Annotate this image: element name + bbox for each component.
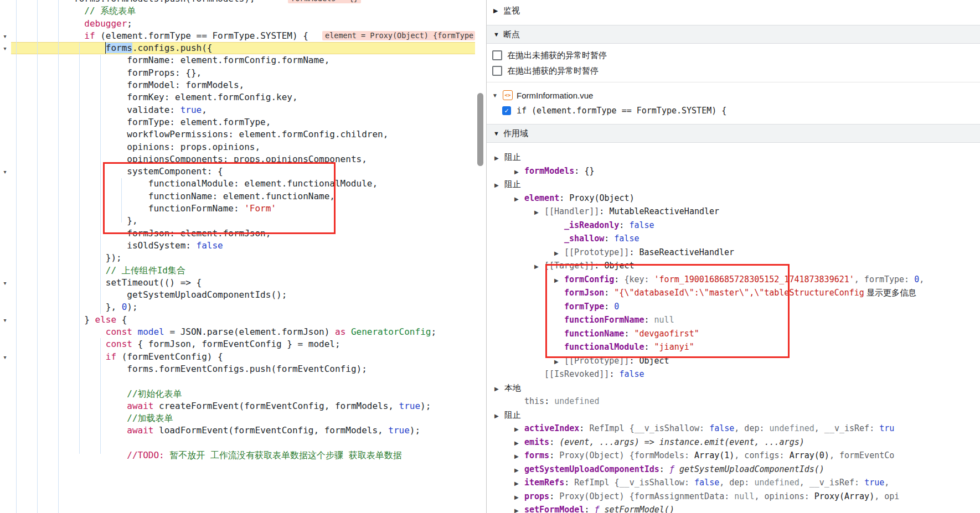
code-line[interactable]: }, bbox=[0, 215, 475, 227]
scope-row[interactable]: ▶props: Proxy(Object) {formAssignmentDat… bbox=[487, 490, 980, 504]
pause-caught-row[interactable]: 在抛出捕获的异常时暂停 bbox=[487, 63, 980, 79]
code-line[interactable]: forms.formModels.push(formModels);formMo… bbox=[0, 0, 475, 5]
scope-row[interactable]: ▶formModels: {} bbox=[487, 164, 980, 178]
scope-row[interactable]: ▶setFormModel: ƒ setFormModel() bbox=[487, 503, 980, 513]
code-line[interactable]: formKey: element.formConfig.key, bbox=[0, 91, 475, 103]
scope-row[interactable]: ▶[[Handler]]: MutableReactiveHandler bbox=[487, 205, 980, 219]
scope-row[interactable]: formJson: "{\"databaseId\":\"master\",\"… bbox=[487, 286, 980, 300]
scope-row[interactable]: ▶本地 bbox=[487, 381, 980, 395]
scope-row[interactable]: _isReadonly: false bbox=[487, 219, 980, 232]
code-line[interactable]: functionalModule: element.functionalModu… bbox=[0, 178, 475, 190]
scope-row[interactable]: ▶阻止 bbox=[487, 178, 980, 191]
code-line[interactable]: workflowPermissions: element.formConfig.… bbox=[0, 128, 475, 141]
expand-arrow-icon[interactable]: ▶ bbox=[514, 464, 524, 476]
scope-row[interactable]: ▶阻止 bbox=[487, 408, 980, 422]
code-line[interactable]: } else { bbox=[0, 314, 475, 326]
scope-row[interactable]: ▶emits: (event, ...args) => instance.emi… bbox=[487, 436, 980, 449]
checkbox-pause-uncaught[interactable] bbox=[492, 50, 502, 60]
code-line[interactable]: // 系统表单 bbox=[0, 5, 475, 17]
expand-arrow-icon[interactable]: ▶ bbox=[514, 193, 524, 205]
scope-row[interactable]: ▶itemRefs: RefImpl {__v_isShallow: false… bbox=[487, 476, 980, 490]
chevron-down-icon[interactable]: ▼ bbox=[492, 92, 499, 99]
expand-arrow-icon[interactable]: ▶ bbox=[514, 504, 524, 513]
expand-arrow-icon[interactable]: ▶ bbox=[514, 491, 524, 504]
code-line[interactable]: opinions: props.opinions, bbox=[0, 141, 475, 153]
code-line[interactable]: const { formJson, formEventConfig } = mo… bbox=[0, 338, 475, 350]
scrollbar-thumb[interactable] bbox=[477, 93, 483, 166]
scope-row[interactable]: functionalModule: "jianyi" bbox=[487, 340, 980, 354]
editor-scrollbar[interactable] bbox=[475, 0, 486, 513]
fold-arrow-icon[interactable]: ▾ bbox=[1, 280, 9, 287]
expand-arrow-icon[interactable]: ▶ bbox=[554, 355, 564, 368]
code-line[interactable] bbox=[0, 437, 475, 449]
expand-arrow-icon[interactable]: ▶ bbox=[494, 152, 504, 164]
expand-arrow-icon[interactable]: ▶ bbox=[534, 260, 544, 273]
code-line[interactable]: debugger; bbox=[0, 18, 475, 30]
code-line[interactable]: // 上传组件Id集合 bbox=[0, 265, 475, 277]
expand-arrow-icon[interactable]: ▶ bbox=[494, 410, 504, 422]
expand-arrow-icon[interactable]: ▶ bbox=[554, 274, 564, 287]
code-line[interactable]: forms.formEventConfigs.push(formEventCon… bbox=[0, 363, 475, 375]
scope-row[interactable]: ▶[[Prototype]]: BaseReactiveHandler bbox=[487, 246, 980, 260]
checkbox-breakpoint-enabled[interactable]: ✓ bbox=[502, 106, 511, 115]
pause-uncaught-row[interactable]: 在抛出未捕获的异常时暂停 bbox=[487, 48, 980, 63]
scope-row[interactable]: this: undefined bbox=[487, 395, 980, 408]
code-line[interactable]: if (element.formType == FormType.SYSTEM)… bbox=[0, 30, 475, 42]
code-line[interactable]: formModel: formModels, bbox=[0, 79, 475, 91]
expand-arrow-icon[interactable]: ▶ bbox=[514, 477, 524, 490]
section-watch[interactable]: ▶ 监视 bbox=[487, 0, 980, 21]
scope-row[interactable]: _shallow: false bbox=[487, 232, 980, 246]
code-line[interactable]: //加载表单 bbox=[0, 412, 475, 424]
expand-arrow-icon[interactable]: ▶ bbox=[514, 437, 524, 449]
code-line[interactable]: const model = JSON.parse(element.formJso… bbox=[0, 326, 475, 338]
code-line[interactable]: isOldSystem: false bbox=[0, 240, 475, 252]
code-line[interactable]: formProps: {}, bbox=[0, 67, 475, 79]
code-line[interactable]: functionFormName: 'Form' bbox=[0, 203, 475, 215]
code-line[interactable]: formJson: element.formJson, bbox=[0, 227, 475, 240]
scope-row[interactable]: ▶[[Prototype]]: Object bbox=[487, 354, 980, 368]
breakpoint-entry[interactable]: ✓ if (element.formType == FormType.SYSTE… bbox=[487, 103, 980, 118]
breakpoint-file-group[interactable]: ▼ <> FormInformation.vue bbox=[487, 87, 980, 103]
section-scope[interactable]: ▼ 作用域 bbox=[487, 124, 980, 143]
scope-row[interactable]: [[IsRevoked]]: false bbox=[487, 367, 980, 381]
code-line[interactable]: opinionsComponents: props.opinionsCompon… bbox=[0, 153, 475, 165]
chevron-down-icon[interactable]: ▼ bbox=[493, 31, 503, 38]
scope-row[interactable]: ▶element: Proxy(Object) bbox=[487, 191, 980, 205]
execution-line[interactable]: forms.configs.push({ bbox=[0, 42, 475, 54]
expand-arrow-icon[interactable]: ▶ bbox=[554, 247, 564, 260]
code-line[interactable]: formType: element.formType, bbox=[0, 116, 475, 128]
scope-row[interactable]: ▶阻止 bbox=[487, 151, 980, 164]
expand-arrow-icon[interactable]: ▶ bbox=[514, 165, 524, 178]
code-line[interactable]: setTimeout(() => { bbox=[0, 277, 475, 289]
expand-arrow-icon[interactable]: ▶ bbox=[494, 382, 504, 395]
show-more-link[interactable]: 显示更多信息 bbox=[864, 288, 916, 297]
section-breakpoints[interactable]: ▼ 断点 bbox=[487, 25, 980, 44]
code-editor[interactable]: forms.formModels.push(formModels);formMo… bbox=[0, 0, 475, 513]
expand-arrow-icon[interactable]: ▶ bbox=[514, 450, 524, 463]
code-line[interactable]: if (formEventConfig) { bbox=[0, 351, 475, 363]
code-line[interactable]: await loadFormEvent(formEventConfig, for… bbox=[0, 424, 475, 437]
scope-row[interactable]: ▶getSystemUploadComponentIds: ƒ getSyste… bbox=[487, 463, 980, 476]
code-line[interactable]: formName: element.formConfig.formName, bbox=[0, 54, 475, 66]
code-line[interactable]: validate: true, bbox=[0, 104, 475, 116]
code-line[interactable]: //初始化表单 bbox=[0, 388, 475, 400]
scope-row[interactable]: ▶activeIndex: RefImpl {__v_isShallow: fa… bbox=[487, 422, 980, 436]
code-line[interactable]: getSystemUploadComponentIds(); bbox=[0, 289, 475, 301]
scope-row[interactable]: functionName: "devgaofirst" bbox=[487, 327, 980, 341]
expand-arrow-icon[interactable]: ▶ bbox=[494, 179, 504, 191]
code-line[interactable]: functionName: element.functionName, bbox=[0, 190, 475, 203]
scope-row[interactable]: ▶forms: Proxy(Object) {formModels: Array… bbox=[487, 449, 980, 463]
code-line[interactable]: }, 0); bbox=[0, 301, 475, 313]
scope-row[interactable]: ▶formConfig: {key: 'form_190016868572830… bbox=[487, 273, 980, 287]
code-line[interactable]: //TODO: 暂不放开 工作流没有获取表单数据这个步骤 获取表单数据 bbox=[0, 449, 475, 462]
fold-arrow-icon[interactable]: ▾ bbox=[1, 169, 9, 175]
code-line[interactable]: systemComponent: { bbox=[0, 165, 475, 178]
scope-row[interactable]: functionFormName: null bbox=[487, 313, 980, 327]
scope-row[interactable]: ▶[[Target]]: Object bbox=[487, 259, 980, 273]
code-line[interactable]: await createFormEvent(formEventConfig, f… bbox=[0, 400, 475, 412]
fold-arrow-icon[interactable]: ▾ bbox=[1, 354, 9, 361]
fold-arrow-icon[interactable]: ▾ bbox=[1, 33, 9, 40]
code-line[interactable] bbox=[0, 375, 475, 387]
scope-row[interactable]: formType: 0 bbox=[487, 300, 980, 314]
expand-arrow-icon[interactable]: ▶ bbox=[534, 206, 544, 219]
